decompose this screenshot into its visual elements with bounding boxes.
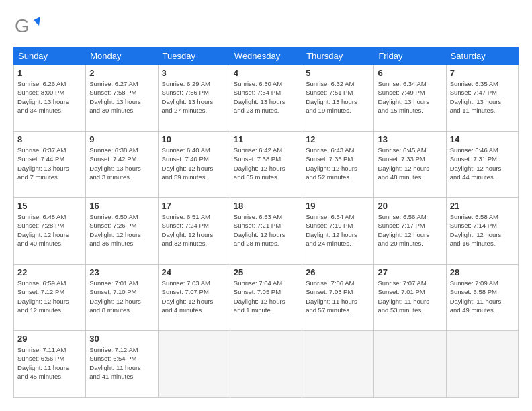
day-number: 10 xyxy=(162,134,226,144)
calendar-day: 16Sunrise: 6:50 AM Sunset: 7:26 PM Dayli… xyxy=(86,198,158,265)
day-number: 12 xyxy=(306,134,370,144)
calendar-day: 28Sunrise: 7:09 AM Sunset: 6:58 PM Dayli… xyxy=(446,265,518,331)
calendar-day xyxy=(302,331,374,398)
calendar-day: 30Sunrise: 7:12 AM Sunset: 6:54 PM Dayli… xyxy=(86,331,158,398)
calendar-day: 23Sunrise: 7:01 AM Sunset: 7:10 PM Dayli… xyxy=(86,265,158,331)
day-number: 7 xyxy=(450,68,515,78)
day-number: 11 xyxy=(234,134,298,144)
calendar-header: SundayMondayTuesdayWednesdayThursdayFrid… xyxy=(14,48,519,65)
day-info: Sunrise: 6:27 AM Sunset: 7:58 PM Dayligh… xyxy=(89,79,154,115)
day-info: Sunrise: 6:56 AM Sunset: 7:17 PM Dayligh… xyxy=(378,212,442,248)
calendar-day: 8Sunrise: 6:37 AM Sunset: 7:44 PM Daylig… xyxy=(14,132,86,198)
day-info: Sunrise: 7:04 AM Sunset: 7:05 PM Dayligh… xyxy=(234,279,298,314)
weekday-header-wednesday: Wednesday xyxy=(230,48,302,65)
header: G xyxy=(13,13,519,40)
calendar-day: 24Sunrise: 7:03 AM Sunset: 7:07 PM Dayli… xyxy=(158,265,230,331)
calendar-day: 29Sunrise: 7:11 AM Sunset: 6:56 PM Dayli… xyxy=(14,331,86,398)
calendar-week-1: 1Sunrise: 6:26 AM Sunset: 8:00 PM Daylig… xyxy=(14,65,519,132)
day-info: Sunrise: 7:01 AM Sunset: 7:10 PM Dayligh… xyxy=(89,279,154,314)
day-number: 14 xyxy=(450,134,515,144)
weekday-header-saturday: Saturday xyxy=(446,48,518,65)
day-number: 28 xyxy=(450,267,515,277)
calendar-day: 7Sunrise: 6:35 AM Sunset: 7:47 PM Daylig… xyxy=(446,65,518,132)
day-info: Sunrise: 6:35 AM Sunset: 7:47 PM Dayligh… xyxy=(450,79,515,115)
day-number: 8 xyxy=(17,134,82,144)
weekday-header-tuesday: Tuesday xyxy=(158,48,230,65)
calendar-day: 21Sunrise: 6:58 AM Sunset: 7:14 PM Dayli… xyxy=(446,198,518,265)
calendar-day: 13Sunrise: 6:45 AM Sunset: 7:33 PM Dayli… xyxy=(374,132,446,198)
day-info: Sunrise: 6:32 AM Sunset: 7:51 PM Dayligh… xyxy=(306,79,370,115)
svg-marker-1 xyxy=(34,17,40,26)
calendar-day: 4Sunrise: 6:30 AM Sunset: 7:54 PM Daylig… xyxy=(230,65,302,132)
calendar-body: 1Sunrise: 6:26 AM Sunset: 8:00 PM Daylig… xyxy=(14,65,519,398)
calendar-week-5: 29Sunrise: 7:11 AM Sunset: 6:56 PM Dayli… xyxy=(14,331,519,398)
calendar-day: 3Sunrise: 6:29 AM Sunset: 7:56 PM Daylig… xyxy=(158,65,230,132)
day-info: Sunrise: 6:34 AM Sunset: 7:49 PM Dayligh… xyxy=(378,79,442,115)
calendar-week-4: 22Sunrise: 6:59 AM Sunset: 7:12 PM Dayli… xyxy=(14,265,519,331)
calendar-week-3: 15Sunrise: 6:48 AM Sunset: 7:28 PM Dayli… xyxy=(14,198,519,265)
calendar-day: 17Sunrise: 6:51 AM Sunset: 7:24 PM Dayli… xyxy=(158,198,230,265)
logo: G xyxy=(13,13,43,40)
day-info: Sunrise: 7:11 AM Sunset: 6:56 PM Dayligh… xyxy=(17,345,82,381)
day-number: 18 xyxy=(234,201,298,211)
day-info: Sunrise: 6:53 AM Sunset: 7:21 PM Dayligh… xyxy=(234,212,298,248)
calendar-day xyxy=(374,331,446,398)
day-info: Sunrise: 6:42 AM Sunset: 7:38 PM Dayligh… xyxy=(234,146,298,181)
day-number: 30 xyxy=(89,334,154,344)
calendar-day xyxy=(230,331,302,398)
day-info: Sunrise: 6:26 AM Sunset: 8:00 PM Dayligh… xyxy=(17,79,82,115)
calendar-day: 20Sunrise: 6:56 AM Sunset: 7:17 PM Dayli… xyxy=(374,198,446,265)
day-number: 24 xyxy=(162,267,226,277)
page: G SundayMondayTuesdayWednesdayThursdayFr… xyxy=(0,0,532,411)
day-number: 9 xyxy=(89,134,154,144)
day-number: 2 xyxy=(89,68,154,78)
day-number: 15 xyxy=(17,201,82,211)
day-info: Sunrise: 6:40 AM Sunset: 7:40 PM Dayligh… xyxy=(162,146,226,181)
calendar-day xyxy=(446,331,518,398)
day-number: 19 xyxy=(306,201,370,211)
svg-text:G: G xyxy=(15,15,30,36)
day-info: Sunrise: 7:03 AM Sunset: 7:07 PM Dayligh… xyxy=(162,279,226,314)
weekday-header-sunday: Sunday xyxy=(14,48,86,65)
day-number: 26 xyxy=(306,267,370,277)
logo-icon: G xyxy=(13,13,40,40)
calendar-week-2: 8Sunrise: 6:37 AM Sunset: 7:44 PM Daylig… xyxy=(14,132,519,198)
day-number: 4 xyxy=(234,68,298,78)
day-info: Sunrise: 7:09 AM Sunset: 6:58 PM Dayligh… xyxy=(450,279,515,314)
day-number: 21 xyxy=(450,201,515,211)
day-info: Sunrise: 6:45 AM Sunset: 7:33 PM Dayligh… xyxy=(378,146,442,181)
day-number: 3 xyxy=(162,68,226,78)
day-info: Sunrise: 6:54 AM Sunset: 7:19 PM Dayligh… xyxy=(306,212,370,248)
day-number: 25 xyxy=(234,267,298,277)
day-info: Sunrise: 6:29 AM Sunset: 7:56 PM Dayligh… xyxy=(162,79,226,115)
calendar-day: 6Sunrise: 6:34 AM Sunset: 7:49 PM Daylig… xyxy=(374,65,446,132)
calendar-day: 11Sunrise: 6:42 AM Sunset: 7:38 PM Dayli… xyxy=(230,132,302,198)
day-number: 29 xyxy=(17,334,82,344)
day-info: Sunrise: 6:30 AM Sunset: 7:54 PM Dayligh… xyxy=(234,79,298,115)
day-info: Sunrise: 7:07 AM Sunset: 7:01 PM Dayligh… xyxy=(378,279,442,314)
calendar-day: 5Sunrise: 6:32 AM Sunset: 7:51 PM Daylig… xyxy=(302,65,374,132)
day-info: Sunrise: 6:48 AM Sunset: 7:28 PM Dayligh… xyxy=(17,212,82,248)
calendar-day: 22Sunrise: 6:59 AM Sunset: 7:12 PM Dayli… xyxy=(14,265,86,331)
calendar-day: 12Sunrise: 6:43 AM Sunset: 7:35 PM Dayli… xyxy=(302,132,374,198)
calendar-day: 9Sunrise: 6:38 AM Sunset: 7:42 PM Daylig… xyxy=(86,132,158,198)
day-info: Sunrise: 6:58 AM Sunset: 7:14 PM Dayligh… xyxy=(450,212,515,248)
day-number: 20 xyxy=(378,201,442,211)
calendar: SundayMondayTuesdayWednesdayThursdayFrid… xyxy=(13,47,519,398)
day-info: Sunrise: 7:06 AM Sunset: 7:03 PM Dayligh… xyxy=(306,279,370,314)
calendar-day: 14Sunrise: 6:46 AM Sunset: 7:31 PM Dayli… xyxy=(446,132,518,198)
weekday-header-friday: Friday xyxy=(374,48,446,65)
weekday-header-thursday: Thursday xyxy=(302,48,374,65)
calendar-day: 18Sunrise: 6:53 AM Sunset: 7:21 PM Dayli… xyxy=(230,198,302,265)
day-info: Sunrise: 6:51 AM Sunset: 7:24 PM Dayligh… xyxy=(162,212,226,248)
day-info: Sunrise: 6:37 AM Sunset: 7:44 PM Dayligh… xyxy=(17,146,82,181)
weekday-header-monday: Monday xyxy=(86,48,158,65)
day-info: Sunrise: 6:46 AM Sunset: 7:31 PM Dayligh… xyxy=(450,146,515,181)
day-number: 5 xyxy=(306,68,370,78)
calendar-day: 15Sunrise: 6:48 AM Sunset: 7:28 PM Dayli… xyxy=(14,198,86,265)
calendar-day: 1Sunrise: 6:26 AM Sunset: 8:00 PM Daylig… xyxy=(14,65,86,132)
calendar-day: 27Sunrise: 7:07 AM Sunset: 7:01 PM Dayli… xyxy=(374,265,446,331)
calendar-day: 19Sunrise: 6:54 AM Sunset: 7:19 PM Dayli… xyxy=(302,198,374,265)
day-number: 6 xyxy=(378,68,442,78)
calendar-day: 26Sunrise: 7:06 AM Sunset: 7:03 PM Dayli… xyxy=(302,265,374,331)
